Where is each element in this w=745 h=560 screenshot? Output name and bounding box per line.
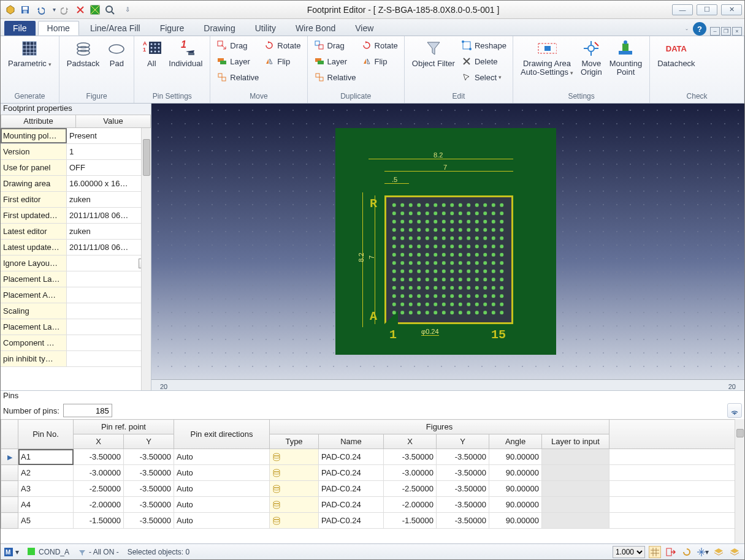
move-flip[interactable]: Flip xyxy=(264,55,300,68)
grid-icon[interactable] xyxy=(649,546,661,558)
pin-all-button[interactable]: A1 All xyxy=(138,37,165,69)
edit-reshape[interactable]: Reshape xyxy=(461,39,506,52)
mdi-close[interactable]: × xyxy=(732,27,742,36)
pin-individual-button[interactable]: 1 Individual xyxy=(165,37,206,69)
qat-more[interactable]: ⇩ xyxy=(123,3,132,17)
parametric-button[interactable]: Parametric xyxy=(4,37,55,70)
properties-list[interactable]: Mounting pol…PresentVersion1Use for pane… xyxy=(1,128,151,390)
close-button[interactable]: ✕ xyxy=(721,4,742,15)
tab-wirebond[interactable]: Wire Bond xyxy=(287,21,344,36)
prop-row[interactable]: Latest update…2011/11/08 06… xyxy=(1,240,151,255)
prop-row[interactable]: Placement A… xyxy=(1,287,151,303)
pins-grid[interactable]: Pin No. Pin ref. point Pin exit directio… xyxy=(1,419,744,543)
pins-scrollbar[interactable] xyxy=(735,419,744,543)
move-layer[interactable]: Layer xyxy=(216,55,259,68)
dup-drag[interactable]: Drag xyxy=(314,39,356,52)
exit-icon[interactable] xyxy=(665,546,677,558)
prop-row[interactable]: First updated…2011/11/08 06… xyxy=(1,208,151,224)
pin-row[interactable]: A2-3.00000-3.50000AutoPAD-C0.24-3.00000-… xyxy=(1,465,744,481)
pin-row[interactable]: A4-2.00000-3.50000AutoPAD-C0.24-2.00000-… xyxy=(1,497,744,513)
wireless-icon[interactable] xyxy=(727,403,742,418)
dup-relative[interactable]: Relative xyxy=(314,70,356,84)
target-icon[interactable]: ▾ xyxy=(697,546,709,558)
move-origin-button[interactable]: MoveOrigin xyxy=(577,37,606,78)
svg-point-52 xyxy=(273,453,280,456)
move-rotate[interactable]: Rotate xyxy=(264,39,300,52)
undo-dropdown[interactable]: ▾ xyxy=(50,3,58,17)
group-check-label: Check xyxy=(654,92,740,103)
mdi-minimize[interactable]: – xyxy=(710,27,720,36)
svg-point-61 xyxy=(273,520,280,522)
cancel-icon[interactable] xyxy=(74,3,87,17)
prop-row[interactable]: pin inhibit ty… xyxy=(1,351,151,367)
prop-row[interactable]: Placement La… xyxy=(1,319,151,335)
svg-rect-33 xyxy=(220,61,226,64)
tab-drawing[interactable]: Drawing xyxy=(195,21,243,36)
layer-stack-icon-2[interactable] xyxy=(728,546,741,558)
group-generate-label: Generate xyxy=(4,92,55,103)
area-icon[interactable] xyxy=(88,3,102,17)
svg-rect-35 xyxy=(222,77,226,81)
edit-select[interactable]: Select xyxy=(461,70,506,84)
pin-row[interactable]: ▶A1-3.50000-3.50000AutoPAD-C0.24-3.50000… xyxy=(1,449,744,465)
ribbon-collapse-icon[interactable]: ˇ xyxy=(686,28,688,36)
prop-row[interactable]: Ignore Layou… xyxy=(1,255,151,271)
datacheck-button[interactable]: DATA Datacheck xyxy=(654,37,698,69)
undo-icon[interactable] xyxy=(33,3,47,17)
layer-stack-icon-1[interactable] xyxy=(713,546,725,558)
pin-row[interactable]: A5-1.50000-3.50000AutoPAD-C0.24-1.50000-… xyxy=(1,513,744,529)
zoom-icon[interactable] xyxy=(103,3,117,17)
prop-row[interactable]: Version1 xyxy=(1,144,151,160)
mdi-restore[interactable]: ❐ xyxy=(721,27,731,36)
col-exit[interactable]: Pin exit directions xyxy=(174,420,270,449)
prop-row[interactable]: Latest editorzuken xyxy=(1,224,151,240)
prop-row[interactable]: Mounting pol…Present xyxy=(1,128,151,144)
tab-figure[interactable]: Figure xyxy=(151,21,193,36)
svg-rect-48 xyxy=(619,51,632,55)
prop-row[interactable]: Placement La… xyxy=(1,271,151,287)
svg-point-5 xyxy=(106,6,112,12)
tab-line-area[interactable]: Line/Area Fill xyxy=(82,21,149,36)
tab-utility[interactable]: Utility xyxy=(246,21,285,36)
col-pinno[interactable]: Pin No. xyxy=(18,420,74,449)
padstack-button[interactable]: Padstack xyxy=(63,37,103,69)
tab-file[interactable]: File xyxy=(4,21,36,36)
mounting-point-button[interactable]: MountingPoint xyxy=(606,37,646,78)
svg-point-25 xyxy=(158,47,160,49)
status-mlayer[interactable]: M▾ xyxy=(4,548,19,556)
drawing-canvas[interactable]: 8.2 7 .5 8.2 7 R A 1 15 xyxy=(151,104,744,390)
dup-rotate[interactable]: Rotate xyxy=(361,39,398,52)
prop-row[interactable]: Component … xyxy=(1,335,151,351)
status-selected: Selected objects: 0 xyxy=(128,548,189,556)
prop-row[interactable]: Scaling xyxy=(1,303,151,319)
prop-row[interactable]: First editorzuken xyxy=(1,192,151,208)
maximize-button[interactable]: ☐ xyxy=(697,4,717,15)
col-pinref[interactable]: Pin ref. point xyxy=(74,420,174,434)
zoom-select[interactable]: 1.000 xyxy=(613,546,645,558)
window-controls: — ☐ ✕ xyxy=(672,4,744,15)
dup-flip[interactable]: Flip xyxy=(361,55,398,68)
help-icon[interactable]: ? xyxy=(693,22,706,36)
minimize-button[interactable]: — xyxy=(672,4,693,15)
pad-button[interactable]: Pad xyxy=(103,37,130,69)
move-drag[interactable]: Drag xyxy=(216,39,259,52)
col-figures[interactable]: Figures xyxy=(270,420,609,434)
dup-layer[interactable]: Layer xyxy=(314,55,356,68)
svg-text:M: M xyxy=(6,549,10,556)
rotate-small-icon[interactable] xyxy=(681,546,693,558)
save-icon[interactable] xyxy=(18,3,32,17)
move-relative[interactable]: Relative xyxy=(216,70,259,84)
prop-row[interactable]: Drawing area16.00000 x 16… xyxy=(1,176,151,192)
tab-home[interactable]: Home xyxy=(38,21,79,36)
object-filter-button[interactable]: Object Filter xyxy=(408,37,459,69)
prop-row[interactable]: Use for panelOFF xyxy=(1,160,151,176)
scrollbar[interactable] xyxy=(141,128,151,390)
pin-row[interactable]: A3-2.50000-3.50000AutoPAD-C0.24-2.50000-… xyxy=(1,481,744,497)
drawing-area-button[interactable]: Drawing AreaAuto-Settings xyxy=(517,37,577,78)
tab-view[interactable]: View xyxy=(346,21,382,36)
pin-count-input[interactable] xyxy=(63,404,112,417)
edit-delete[interactable]: Delete xyxy=(461,55,506,68)
redo-icon[interactable] xyxy=(59,3,72,17)
status-layer[interactable]: COND_A xyxy=(28,548,69,556)
status-visibility[interactable]: - All ON - xyxy=(78,548,119,556)
